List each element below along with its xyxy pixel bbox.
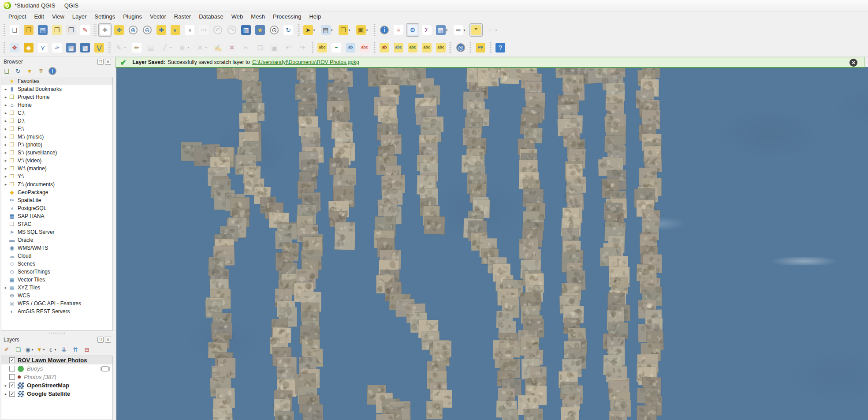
browser-item-y[interactable]: ▸❐Y:\ — [1, 172, 112, 180]
python-console-button[interactable]: Py — [474, 41, 487, 54]
change-label-button[interactable]: abc — [434, 41, 447, 54]
menu-raster[interactable]: Raster — [170, 12, 195, 21]
browser-item-wcs[interactable]: ⊕WCS — [1, 292, 112, 300]
refresh-browser-button[interactable]: ↻ — [13, 66, 23, 76]
menu-layer[interactable]: Layer — [68, 12, 91, 21]
collapse-all-layers-button[interactable]: ⇈ — [71, 345, 80, 354]
expand-arrow-icon[interactable]: ▸ — [3, 174, 8, 179]
statistical-summary-button[interactable]: Σ — [420, 23, 433, 37]
browser-item-vector-tiles[interactable]: ▦Vector Tiles — [1, 276, 112, 284]
browser-item-sensorthings[interactable]: ⊙SensorThings — [1, 268, 112, 276]
measure-line-dropdown-icon[interactable]: ▾ — [464, 28, 467, 32]
menu-vector[interactable]: Vector — [146, 12, 170, 21]
expand-arrow-icon[interactable]: ▸ — [3, 103, 8, 107]
layer-labeling-options-button[interactable]: abc — [316, 41, 329, 54]
refresh-map-button[interactable]: ↻ — [282, 23, 295, 37]
open-layer-styling-button[interactable]: ✐ — [2, 345, 11, 354]
layer-row-photos-387[interactable]: Photos [387] — [1, 373, 112, 381]
manage-map-themes-button[interactable]: ◉▾ — [25, 345, 34, 354]
save-project-button[interactable]: ▤ — [36, 23, 49, 37]
browser-float-button[interactable]: ❐ — [97, 59, 104, 65]
temporal-controller-button[interactable]: ⊙ — [268, 23, 281, 37]
filter-browser-button[interactable]: ▼ — [25, 66, 34, 76]
add-group-button[interactable]: ❑ — [13, 345, 23, 354]
expand-arrow-icon[interactable]: ▸ — [3, 142, 8, 147]
metasearch-button[interactable]: ◎ — [454, 41, 467, 54]
pan-map-button[interactable]: ✛ — [98, 23, 112, 37]
annotations-dropdown-icon[interactable]: ▾ — [495, 28, 499, 32]
menu-view[interactable]: View — [48, 12, 68, 21]
deselect-features-dropdown-icon[interactable]: ▾ — [349, 28, 352, 32]
attribute-table-button[interactable]: ▦▾ — [434, 23, 451, 37]
browser-properties-button[interactable]: i — [48, 66, 57, 76]
expand-arrow-icon[interactable]: ▸ — [3, 119, 8, 123]
browser-item-z-documents[interactable]: ▸❐Z:\ (documents) — [1, 180, 112, 188]
zoom-full-extent-button[interactable]: ✚ — [155, 23, 168, 37]
browser-item-spatial-bookmarks[interactable]: ▸▮Spatial Bookmarks — [1, 85, 112, 93]
select-features-by-value-button[interactable]: ▤▾ — [319, 23, 336, 37]
expand-arrow-icon[interactable]: ▸ — [3, 383, 8, 388]
map-tips-button[interactable]: ❞ — [469, 23, 483, 37]
browser-item-geopackage[interactable]: ◆GeoPackage — [1, 188, 112, 196]
deselect-features-button[interactable]: ❐▾ — [337, 23, 354, 37]
manage-map-themes-dropdown-icon[interactable]: ▾ — [32, 348, 34, 352]
layer-checkbox[interactable]: ✓ — [9, 391, 15, 397]
layer-row-google-satellite[interactable]: ▸✓Google Satellite — [1, 390, 112, 398]
zoom-to-layer-button[interactable]: ◐ — [169, 23, 182, 37]
select-features-by-value-dropdown-icon[interactable]: ▾ — [331, 28, 335, 32]
browser-item-wms-wmts[interactable]: ◉WMS/WMTS — [1, 244, 112, 252]
new-spatialite-layer-button[interactable]: ✑ — [50, 41, 63, 54]
highlight-pinned-labels-button[interactable]: abc — [358, 41, 371, 54]
open-project-button[interactable]: ❐ — [22, 23, 35, 37]
field-calculator-button[interactable]: ≡ — [392, 23, 405, 37]
browser-item-scenes[interactable]: ◇Scenes — [1, 260, 112, 268]
collapse-all-button[interactable]: ⇈ — [36, 66, 46, 76]
menu-help[interactable]: Help — [305, 12, 325, 21]
expand-arrow-icon[interactable]: ▸ — [3, 285, 8, 290]
layers-close-button[interactable]: ✕ — [105, 337, 111, 343]
filter-legend-dropdown-icon[interactable]: ▾ — [43, 348, 46, 352]
expand-arrow-icon[interactable]: ▸ — [3, 392, 8, 396]
menu-processing[interactable]: Processing — [269, 12, 305, 21]
browser-item-f[interactable]: ▸❐F:\ — [1, 125, 112, 133]
browser-item-home[interactable]: ▸⌂Home — [1, 101, 112, 109]
expand-arrow-icon[interactable]: ▸ — [3, 158, 8, 163]
zoom-to-selection-button[interactable]: ◑ — [183, 23, 196, 37]
identify-features-button[interactable]: i — [378, 23, 391, 37]
expand-arrow-icon[interactable]: ▸ — [3, 166, 8, 171]
browser-item-postgresql[interactable]: ◖PostgreSQL — [1, 204, 112, 212]
select-features-dropdown-icon[interactable]: ▾ — [313, 28, 317, 32]
layers-float-button[interactable]: ❐ — [97, 337, 104, 343]
expand-arrow-icon[interactable]: ▸ — [3, 182, 8, 187]
browser-item-stac[interactable]: ❏STAC — [1, 220, 112, 228]
spatial-bookmarks-button[interactable]: ★ — [253, 23, 267, 37]
rotate-label-button[interactable]: abc — [420, 41, 433, 54]
vertex-tool-dropdown-icon[interactable]: ▾ — [205, 45, 209, 49]
new-geopackage-layer-button[interactable]: ◆ — [22, 41, 35, 54]
browser-item-cloud[interactable]: ☁Cloud — [1, 252, 112, 260]
layer-checkbox[interactable] — [9, 366, 15, 371]
processing-toolbox-button[interactable]: ⚙ — [406, 23, 419, 37]
remove-layer-button[interactable]: ⊟ — [82, 345, 92, 354]
show-hide-labels-button[interactable]: abc — [392, 41, 405, 54]
new-temporary-scratch-layer-button[interactable]: ⋁ — [93, 41, 106, 54]
move-label-button[interactable]: abc — [406, 41, 419, 54]
expand-arrow-icon[interactable]: ▸ — [3, 150, 8, 155]
new-map-view-button[interactable]: ▥ — [239, 23, 253, 37]
expand-arrow-icon[interactable]: ▸ — [3, 87, 8, 91]
help-contents-button[interactable]: ? — [494, 41, 507, 54]
browser-close-button[interactable]: ✕ — [105, 59, 111, 65]
menu-edit[interactable]: Edit — [30, 12, 48, 21]
data-source-manager-button[interactable]: ❖ — [8, 41, 21, 54]
filter-by-expression-button[interactable]: ε▾ — [48, 345, 57, 354]
new-mesh-layer-button[interactable]: ▩ — [78, 41, 92, 54]
layer-diagram-options-button[interactable]: ◓ — [330, 41, 343, 54]
menu-mesh[interactable]: Mesh — [247, 12, 269, 21]
select-by-expression-button[interactable]: ▣▾ — [354, 23, 371, 37]
expand-arrow-icon[interactable]: ▸ — [3, 111, 8, 115]
layer-row-rov-lawn-mower-photos[interactable]: ✓ROV Lawn Mower Photos — [1, 356, 112, 364]
expand-arrow-icon[interactable]: ▸ — [3, 127, 8, 131]
zoom-in-button[interactable]: ⊕ — [127, 23, 140, 37]
browser-item-d[interactable]: ▸❐D:\ — [1, 117, 112, 125]
menu-database[interactable]: Database — [195, 12, 227, 21]
